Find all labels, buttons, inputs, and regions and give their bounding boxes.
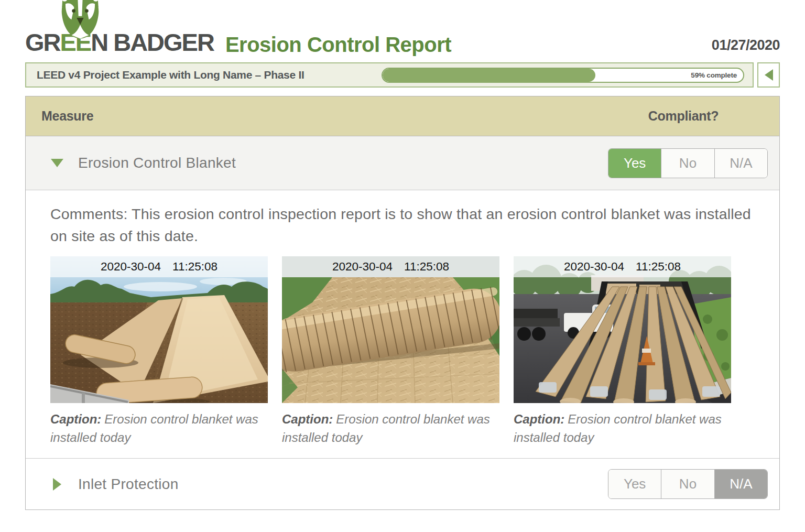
measure-row-inlet-protection[interactable]: Inlet Protection Yes No N/A — [26, 459, 779, 509]
project-bar-row: LEED v4 Project Example with Long Name –… — [25, 62, 780, 88]
green-badger-logo: GR EE N BADGER — [25, 28, 214, 60]
no-button[interactable]: No — [661, 149, 714, 178]
badger-head-icon — [53, 0, 107, 40]
yes-button[interactable]: Yes — [608, 149, 661, 178]
photo-caption: Caption:Erosion control blanket was inst… — [282, 410, 492, 447]
site-photo-blanket-slope: 2020-30-04 11:25:08 — [50, 256, 268, 403]
na-button[interactable]: N/A — [714, 470, 767, 498]
triangle-down-icon — [51, 159, 63, 167]
timestamp-time: 11:25:08 — [172, 260, 217, 274]
page-header: GR EE N BADGER — [25, 0, 780, 60]
photo-timestamp: 2020-30-04 11:25:08 — [50, 256, 268, 277]
site-photo-blanket-roll: 2020-30-04 11:25:08 — [282, 256, 499, 403]
measure-row-label: Erosion Control Blanket — [78, 155, 236, 171]
site-photo-roll-delivery: 2020-30-04 11:25:08 — [514, 256, 731, 403]
project-name: LEED v4 Project Example with Long Name –… — [26, 69, 304, 81]
yes-button[interactable]: Yes — [608, 470, 661, 498]
row-detail-section: Comments: This erosion control inspectio… — [26, 190, 779, 459]
photo-caption: Caption:Erosion control blanket was inst… — [514, 410, 723, 447]
erosion-control-report-page: GR EE N BADGER — [0, 0, 805, 510]
na-button[interactable]: N/A — [714, 149, 767, 178]
progress-label: 59% complete — [691, 71, 743, 79]
expand-row-toggle[interactable] — [51, 478, 63, 491]
compliance-button-group: Yes No N/A — [608, 148, 768, 178]
compliance-button-group: Yes No N/A — [608, 469, 768, 499]
progress-bar: 59% complete — [382, 68, 744, 83]
caption-label: Caption: — [50, 412, 101, 426]
photo-timestamp: 2020-30-04 11:25:08 — [282, 256, 499, 277]
triangle-right-icon — [53, 478, 61, 491]
measures-table: Measure Compliant? Erosion Control Blank… — [25, 96, 780, 510]
collapse-row-toggle[interactable] — [51, 159, 63, 167]
page-title: Erosion Control Report — [225, 33, 451, 60]
photo-illustration — [282, 256, 499, 403]
triangle-left-icon — [765, 69, 773, 81]
photo-card: 2020-30-04 11:25:08 Caption:Erosion cont… — [514, 256, 731, 447]
compliant-column-header: Compliant? — [597, 108, 770, 124]
measure-row-label: Inlet Protection — [78, 476, 179, 493]
table-header-row: Measure Compliant? — [26, 96, 779, 136]
photo-row: 2020-30-04 11:25:08 Caption:Erosion cont… — [50, 256, 755, 447]
photo-card: 2020-30-04 11:25:08 Caption:Erosion cont… — [282, 256, 499, 447]
caption-label: Caption: — [282, 412, 333, 426]
measure-row-erosion-control-blanket[interactable]: Erosion Control Blanket Yes No N/A — [26, 136, 779, 190]
measure-column-header: Measure — [26, 108, 93, 124]
caption-label: Caption: — [514, 412, 564, 426]
photo-illustration — [50, 256, 268, 403]
photo-caption: Caption:Erosion control blanket was inst… — [50, 410, 260, 447]
collapse-project-bar-button[interactable] — [757, 62, 780, 88]
timestamp-time: 11:25:08 — [404, 260, 449, 274]
no-button[interactable]: No — [661, 470, 714, 498]
timestamp-date: 2020-30-04 — [332, 260, 393, 274]
logo-text-ee: EE — [60, 28, 91, 57]
comments-text: Comments: This erosion control inspectio… — [50, 203, 755, 247]
timestamp-date: 2020-30-04 — [564, 260, 624, 274]
logo-text-nbadger: N BADGER — [91, 28, 214, 57]
photo-timestamp: 2020-30-04 11:25:08 — [514, 256, 731, 277]
photo-illustration — [514, 256, 731, 403]
photo-card: 2020-30-04 11:25:08 Caption:Erosion cont… — [50, 256, 268, 447]
timestamp-time: 11:25:08 — [636, 260, 681, 274]
timestamp-date: 2020-30-04 — [101, 260, 161, 274]
project-bar: LEED v4 Project Example with Long Name –… — [25, 62, 754, 88]
progress-bar-fill — [383, 69, 595, 82]
report-date: 01/27/2020 — [712, 37, 780, 60]
